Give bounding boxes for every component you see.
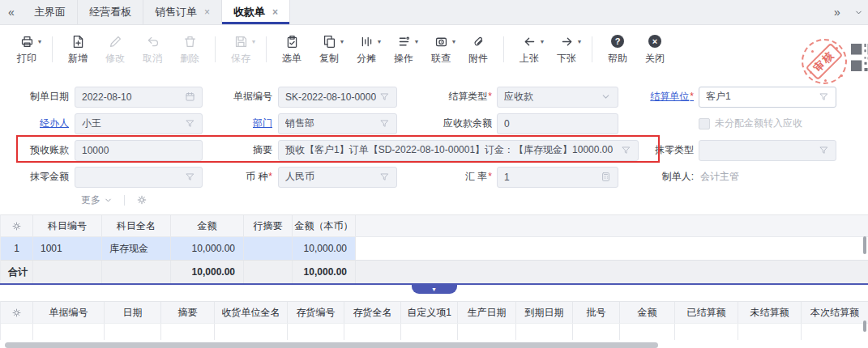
attachment-icon xyxy=(472,35,485,49)
more-label[interactable]: 更多 xyxy=(81,193,100,207)
row-filler xyxy=(356,237,868,260)
summary-label: 摘要 xyxy=(203,143,278,157)
column-header-account-no: 科目编号 xyxy=(33,215,102,236)
column-header: 摘要 xyxy=(161,302,215,323)
account-name-cell[interactable]: 库存现金 xyxy=(102,237,171,260)
settlement-unit-input[interactable]: 客户1 xyxy=(699,87,836,108)
dropdown-caret-icon[interactable]: ▼ xyxy=(377,39,383,45)
vertical-scrollbar-thumb[interactable] xyxy=(863,320,866,332)
collapse-arrow-icon: ▼ xyxy=(431,286,437,292)
tab-receipt-voucher[interactable]: 收款单 × xyxy=(222,0,290,24)
column-header: 金额 xyxy=(620,302,675,323)
unallocated-transfer-label: 未分配金额转入应收 xyxy=(715,117,802,130)
dropdown-caret-icon[interactable]: ▼ xyxy=(414,39,420,45)
advance-receipt-input[interactable]: 10000 xyxy=(75,140,203,161)
tabs-overflow-icon[interactable]: » xyxy=(826,0,849,24)
toolbar-separator xyxy=(592,36,592,62)
handler-link[interactable]: 经办人 xyxy=(40,117,69,129)
undo-icon xyxy=(146,35,160,49)
account-no-cell[interactable]: 1001 xyxy=(33,237,102,260)
column-header: 未结算额 xyxy=(738,302,802,323)
handler-input[interactable]: 小王 xyxy=(75,113,203,134)
empty-table-row[interactable] xyxy=(1,323,868,340)
copy-button[interactable]: ▼ 复制 xyxy=(310,32,348,66)
select-doc-button[interactable]: 选单 xyxy=(273,32,310,66)
help-button[interactable]: ? 帮助 xyxy=(599,32,636,66)
attachment-button[interactable]: 附件 xyxy=(460,32,497,66)
prev-doc-button[interactable]: ▼ 上张 xyxy=(511,32,548,66)
horizontal-scrollbar-thumb[interactable] xyxy=(5,342,658,348)
column-header: 存货全名 xyxy=(344,302,401,323)
chevron-down-icon[interactable] xyxy=(104,196,113,205)
next-doc-button[interactable]: ▼ 下张 xyxy=(548,32,585,66)
tab-close-icon[interactable]: × xyxy=(272,7,278,17)
print-button[interactable]: ▼ 打印 xyxy=(8,32,45,66)
tabbar-spacer xyxy=(290,0,826,24)
cancel-button: 取消 xyxy=(134,32,171,66)
dropdown-caret-icon[interactable]: ▼ xyxy=(577,39,583,45)
form-row-highlighted: 预收账款 10000 摘要 预收【客户1】订单【SD-2022-08-10-00… xyxy=(0,137,868,163)
filter-icon xyxy=(819,91,829,102)
filter-icon xyxy=(621,145,631,155)
doc-no-label: 单据编号 xyxy=(203,90,278,104)
divider xyxy=(124,195,125,206)
row-summary-cell[interactable] xyxy=(244,237,293,260)
tab-dashboard[interactable]: 经营看板 xyxy=(78,0,143,24)
close-button[interactable]: × 关闭 xyxy=(636,32,673,66)
column-settings-cell xyxy=(1,215,33,236)
total-filler xyxy=(356,261,868,283)
tab-label: 主界面 xyxy=(34,5,66,19)
receivable-balance-input: 0 xyxy=(497,113,618,134)
copy-icon xyxy=(323,35,336,49)
tabs-collapse-icon[interactable]: « xyxy=(0,0,23,24)
table-row[interactable]: 1 1001 库存现金 10,000.00 10,000.00 xyxy=(1,236,868,260)
amount-local-cell[interactable]: 10,000.00 xyxy=(293,237,356,260)
new-button[interactable]: 新增 xyxy=(59,32,96,66)
allocate-button[interactable]: ▼ 分摊 xyxy=(348,32,385,66)
prev-arrow-icon xyxy=(523,35,537,49)
detail-table-header: 单据编号 日期 摘要 收货单位全名 存货编号 存货全名 自定义项1 生产日期 到… xyxy=(1,302,868,323)
table-settings-gear-icon[interactable] xyxy=(11,308,22,318)
vertical-scrollbar-thumb[interactable] xyxy=(863,236,866,254)
currency-input[interactable]: 人民币 xyxy=(278,167,397,188)
table-settings-gear-icon[interactable] xyxy=(11,221,22,231)
exchange-rate-input[interactable]: 1 xyxy=(497,167,618,188)
new-doc-icon xyxy=(71,35,85,49)
dropdown-caret-icon[interactable]: ▼ xyxy=(451,39,457,45)
filter-icon xyxy=(379,118,390,129)
amount-cell[interactable]: 10,000.00 xyxy=(171,237,244,260)
row-number-cell: 1 xyxy=(1,237,33,260)
dropdown-caret-icon[interactable]: ▼ xyxy=(340,39,345,45)
link-query-icon xyxy=(434,35,448,49)
rounding-type-input[interactable] xyxy=(699,140,836,161)
doc-date-input[interactable]: 2022-08-10 xyxy=(75,87,203,108)
voucher-form: 制单日期 2022-08-10 单据编号 SK-2022-08-10-00001… xyxy=(0,83,868,210)
tab-sales-order[interactable]: 销售订单 × xyxy=(143,0,222,24)
delete-button: 删除 xyxy=(171,32,208,66)
total-amount-cell: 10,000.00 xyxy=(171,261,244,283)
pencil-icon xyxy=(109,35,122,49)
rounding-amount-input[interactable] xyxy=(75,167,203,188)
department-link[interactable]: 部门 xyxy=(253,117,272,129)
tab-close-icon[interactable]: × xyxy=(204,7,210,17)
doc-no-input[interactable]: SK-2022-08-10-00001 xyxy=(278,87,397,108)
operate-button[interactable]: ▼ 操作 xyxy=(385,32,422,66)
settlement-unit-link[interactable]: 结算单位 xyxy=(650,91,694,102)
tab-main[interactable]: 主界面 xyxy=(23,0,78,24)
collapse-handle[interactable]: ▼ xyxy=(412,285,457,294)
entry-table: 科目编号 科目全名 金额 行摘要 金额（本币） 1 1001 库存现金 10,0… xyxy=(0,214,868,283)
handler-label: 经办人 xyxy=(0,117,75,130)
form-settings-gear-icon[interactable] xyxy=(136,194,148,206)
department-input[interactable]: 销售部 xyxy=(278,113,397,134)
unallocated-transfer-option: 未分配金额转入应收 xyxy=(699,117,802,130)
settlement-type-select[interactable]: 应收款 xyxy=(497,87,618,108)
dropdown-caret-icon[interactable]: ▼ xyxy=(540,39,545,45)
chevron-down-icon[interactable] xyxy=(849,0,868,24)
link-query-button[interactable]: ▼ 联查 xyxy=(422,32,460,66)
dropdown-caret-icon[interactable]: ▼ xyxy=(37,39,43,45)
summary-input[interactable]: 预收【客户1】订单【SD-2022-08-10-00001】订金：【库存现金】1… xyxy=(278,140,639,161)
creator-value: 会计主管 xyxy=(700,170,739,184)
qr-code-icon[interactable] xyxy=(851,44,868,71)
operate-icon xyxy=(397,35,411,49)
printer-icon xyxy=(20,35,34,49)
